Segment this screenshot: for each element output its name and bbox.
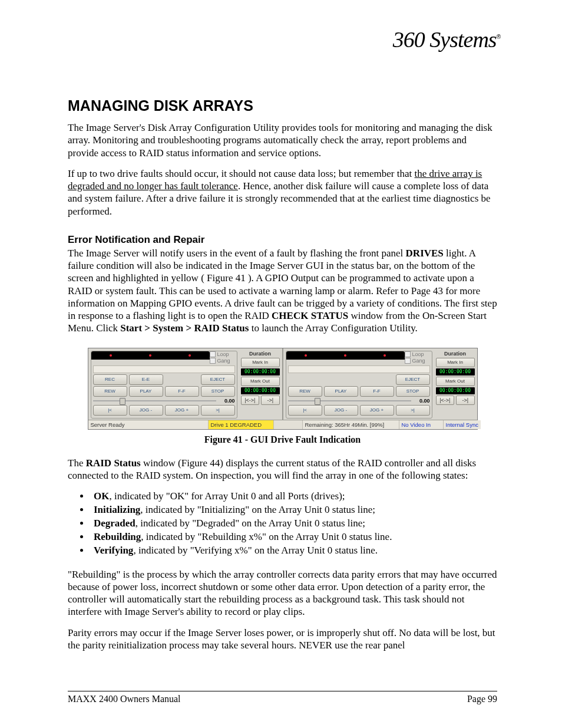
intro-paragraph-2: If up to two drive faults should occur, … — [68, 167, 497, 218]
jog-slider-2[interactable] — [288, 400, 411, 401]
stop-button[interactable]: STOP — [201, 386, 235, 397]
duration-label: Duration — [241, 351, 280, 357]
subheading-error-notification: Error Notification and Repair — [68, 234, 497, 246]
ff-button[interactable]: F-F — [165, 386, 199, 397]
rew-button-2[interactable]: REW — [288, 386, 322, 397]
loop-checkbox-2[interactable]: Loop — [405, 351, 432, 357]
mark-out-button[interactable]: Mark Out — [241, 377, 280, 386]
goto-out-button-2[interactable]: ->| — [456, 396, 475, 405]
rew-button[interactable]: REW — [93, 386, 127, 397]
jog-plus-button-2[interactable]: JOG + — [360, 405, 394, 416]
status-drive-degraded: Drive 1 DEGRADED — [209, 420, 274, 429]
list-item: OK, indicated by "OK" for Array Unit 0 a… — [90, 490, 497, 503]
mark-in-button-2[interactable]: Mark In — [436, 358, 475, 367]
jog-minus-button[interactable]: JOG - — [129, 405, 163, 416]
transport-panel-right: Loop Gang EJECT REW — [286, 351, 432, 419]
ee-button[interactable]: E-E — [129, 374, 163, 385]
goto-out-button[interactable]: ->| — [261, 396, 280, 405]
jog-value: 0.00 — [219, 398, 235, 404]
eject-button[interactable]: EJECT — [201, 374, 235, 385]
mark-in-timecode: 00:00:00:00 — [241, 368, 280, 375]
play-button[interactable]: PLAY — [129, 386, 163, 397]
list-item: Verifying, indicated by "Verifying x%" o… — [90, 544, 497, 558]
stop-button-2[interactable]: STOP — [396, 386, 430, 397]
rebuilding-paragraph: "Rebuilding" is the process by which the… — [68, 568, 497, 618]
list-item: Initializing, indicated by "Initializing… — [90, 503, 497, 517]
status-bar: Server Ready Drive 1 DEGRADED Remaining:… — [88, 420, 477, 429]
figure-gui-screenshot: Loop Gang REC E-E EJECT REW — [88, 348, 478, 430]
goto-start-button-2[interactable]: |< — [288, 405, 322, 416]
status-server-ready: Server Ready — [88, 420, 209, 429]
goto-end-button[interactable]: >| — [201, 405, 235, 416]
goto-end-button-2[interactable]: >| — [396, 405, 430, 416]
goto-start-button[interactable]: |< — [93, 405, 127, 416]
loop-region-button[interactable]: |<->| — [241, 396, 260, 405]
gang-checkbox[interactable]: Gang — [210, 358, 237, 364]
status-remaining: Remaining: 365Hr 49Min. [99%] — [303, 420, 399, 429]
raid-states-list: OK, indicated by "OK" for Array Unit 0 a… — [68, 490, 497, 558]
list-item: Rebuilding, indicated by "Rebuilding x%"… — [90, 531, 497, 544]
page-heading: MANAGING DISK ARRAYS — [68, 97, 497, 114]
loop-region-button-2[interactable]: |<->| — [436, 396, 455, 405]
footer-page-number: Page 99 — [467, 694, 497, 704]
mark-out-button-2[interactable]: Mark Out — [436, 377, 475, 386]
parity-paragraph: Parity errors may occur if the Image Ser… — [68, 627, 497, 652]
footer-doc-title: MAXX 2400 Owners Manual — [68, 694, 181, 704]
play-button-2[interactable]: PLAY — [324, 386, 358, 397]
ff-button-2[interactable]: F-F — [360, 386, 394, 397]
status-no-video-in: No Video In — [399, 420, 444, 429]
jog-plus-button[interactable]: JOG + — [165, 405, 199, 416]
eject-button-2[interactable]: EJECT — [396, 374, 430, 385]
gang-checkbox-2[interactable]: Gang — [405, 358, 432, 364]
page-footer: MAXX 2400 Owners Manual Page 99 — [68, 691, 497, 704]
figure-caption: Figure 41 - GUI Drive Fault Indication — [68, 434, 497, 445]
loop-checkbox[interactable]: Loop — [210, 351, 237, 357]
mark-out-timecode: 00:00:00:00 — [241, 387, 280, 394]
raid-status-paragraph: The RAID Status window (Figure 44) displ… — [68, 457, 497, 482]
transport-panel-left: Loop Gang REC E-E EJECT REW — [91, 351, 237, 419]
brand-logo: 360 Systems® — [393, 27, 500, 52]
list-item: Degraded, indicated by "Degraded" on the… — [90, 517, 497, 531]
mark-in-button[interactable]: Mark In — [241, 358, 280, 367]
intro-paragraph-1: The Image Server's Disk Array Configurat… — [68, 121, 497, 159]
mark-out-timecode-2: 00:00:00:00 — [436, 387, 475, 394]
rec-button[interactable]: REC — [93, 374, 127, 385]
error-notification-paragraph: The Image Server will notify users in th… — [68, 247, 497, 335]
jog-slider[interactable] — [93, 400, 216, 401]
status-sync: Internal Sync — [444, 420, 481, 429]
jog-value-2: 0.00 — [414, 398, 430, 404]
mark-in-timecode-2: 00:00:00:00 — [436, 368, 475, 375]
jog-minus-button-2[interactable]: JOG - — [324, 405, 358, 416]
duration-label-2: Duration — [436, 351, 475, 357]
